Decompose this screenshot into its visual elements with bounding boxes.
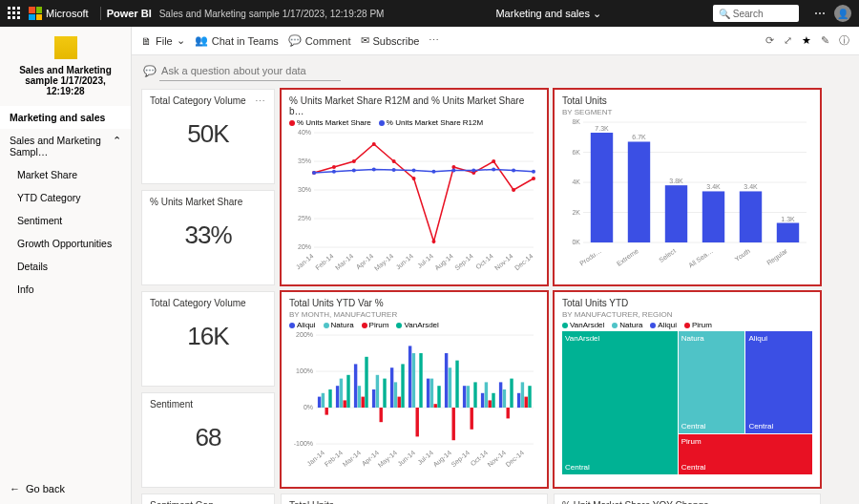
svg-rect-129 xyxy=(489,400,492,408)
qna-bar: 💬 xyxy=(132,55,859,83)
svg-rect-115 xyxy=(437,386,440,408)
refresh-icon[interactable]: ⟳ xyxy=(765,34,774,47)
svg-rect-113 xyxy=(430,379,433,408)
nav-sub-growth-opportunities[interactable]: Growth Opportunities xyxy=(0,232,131,255)
search-box[interactable]: 🔍 Search xyxy=(713,5,799,22)
svg-rect-102 xyxy=(390,368,393,408)
nav-item-marketing-and-sales[interactable]: Marketing and sales xyxy=(0,106,131,129)
tile-pct-units-market-share[interactable]: % Units Market Share 33% xyxy=(141,190,275,285)
svg-rect-65 xyxy=(702,191,724,242)
nav-item-sales-marketing-sample[interactable]: Sales and Marketing Sampl…⌃ xyxy=(0,129,131,163)
svg-rect-138 xyxy=(521,382,524,408)
svg-point-39 xyxy=(412,169,416,173)
comment-button[interactable]: 💬Comment xyxy=(288,34,351,47)
nav-sub-info[interactable]: Info xyxy=(0,278,131,301)
edit-icon[interactable]: ✎ xyxy=(821,34,829,47)
svg-rect-134 xyxy=(507,408,510,418)
nav-sub-details[interactable]: Details xyxy=(0,255,131,278)
svg-text:Extreme: Extreme xyxy=(616,247,639,267)
svg-rect-71 xyxy=(777,223,799,242)
tile-sentiment-gap[interactable]: Sentiment Gap xyxy=(141,494,275,504)
svg-text:Regular: Regular xyxy=(765,247,789,267)
comment-icon: 💬 xyxy=(288,34,302,47)
svg-rect-123 xyxy=(467,386,470,408)
nav-pane: Sales and Marketing sample 1/17/2023, 12… xyxy=(0,27,132,504)
nav-sub-ytd-category[interactable]: YTD Category xyxy=(0,186,131,209)
svg-text:Aug-14: Aug-14 xyxy=(431,449,453,469)
svg-rect-125 xyxy=(473,382,476,408)
svg-rect-99 xyxy=(380,408,383,422)
tile-yoy-change[interactable]: % Unit Market Share YOY ChangeBY ROLLING… xyxy=(554,494,821,504)
tile-total-units-bottom[interactable]: Total UnitsBY MONTH, MANUFACTURER xyxy=(281,494,548,504)
svg-text:3.8K: 3.8K xyxy=(669,178,683,184)
svg-point-28 xyxy=(431,240,435,243)
svg-text:Jan-14: Jan-14 xyxy=(305,449,325,467)
tile-title: Total Units xyxy=(289,500,539,504)
user-avatar[interactable]: 👤 xyxy=(834,5,851,22)
svg-text:Dec-14: Dec-14 xyxy=(504,449,525,468)
app-launcher-icon[interactable] xyxy=(8,7,21,20)
qna-input[interactable] xyxy=(159,61,341,81)
info-icon[interactable]: ⓘ xyxy=(839,33,849,48)
svg-rect-124 xyxy=(471,408,473,430)
svg-rect-93 xyxy=(358,386,361,408)
mail-icon: ✉ xyxy=(361,34,369,47)
tile-total-units-ytd-treemap[interactable]: Total Units YTD BY MANUFACTURER, REGION … xyxy=(554,291,821,488)
tile-more-icon[interactable]: ⋯ xyxy=(255,95,266,108)
svg-point-35 xyxy=(332,170,336,174)
workspace-selector[interactable]: Marketing and sales ⌄ xyxy=(495,8,601,20)
qna-icon: 💬 xyxy=(143,65,157,76)
tile-title: Sentiment Gap xyxy=(150,500,266,504)
svg-point-34 xyxy=(312,171,316,175)
svg-text:Jul-14: Jul-14 xyxy=(416,252,434,269)
svg-rect-104 xyxy=(398,397,401,408)
dashboard-name: Sales and Marketing sample 1/17/2023, 12… xyxy=(0,65,131,106)
tile-title: Total Units YTD Var % xyxy=(289,298,539,308)
tile-total-category-volume-50k[interactable]: Total Category Volume ⋯ 50K xyxy=(141,89,275,184)
svg-rect-112 xyxy=(427,379,430,408)
svg-rect-122 xyxy=(463,386,466,408)
more-options-button[interactable]: ⋯ xyxy=(814,7,827,20)
tile-title: % Units Market Share xyxy=(150,197,266,207)
tile-sentiment[interactable]: Sentiment 68 xyxy=(141,392,275,488)
svg-rect-110 xyxy=(419,353,422,408)
svg-point-33 xyxy=(532,177,535,180)
svg-rect-100 xyxy=(383,379,386,408)
svg-rect-135 xyxy=(510,379,513,408)
tile-ytd-var-chart[interactable]: Total Units YTD Var % BY MONTH, MANUFACT… xyxy=(281,291,548,488)
svg-rect-128 xyxy=(485,382,488,408)
svg-rect-130 xyxy=(492,393,494,408)
svg-text:All Sea…: All Sea… xyxy=(687,247,714,268)
file-icon: 🗎 xyxy=(141,35,152,47)
subscribe-button[interactable]: ✉Subscribe xyxy=(361,34,420,47)
svg-point-41 xyxy=(451,169,455,173)
svg-text:Nov-14: Nov-14 xyxy=(486,449,507,468)
file-menu[interactable]: 🗎File⌄ xyxy=(141,34,185,47)
svg-text:Aug-14: Aug-14 xyxy=(433,252,455,272)
tile-market-share-line-chart[interactable]: % Units Market Share R12M and % Units Ma… xyxy=(281,89,548,285)
chevron-down-icon: ⌄ xyxy=(177,34,185,47)
toolbar-more-button[interactable]: ⋯ xyxy=(429,34,439,47)
svg-point-45 xyxy=(532,170,535,174)
svg-text:May-14: May-14 xyxy=(373,252,395,272)
fullscreen-icon[interactable]: ⤢ xyxy=(784,34,792,47)
bar-chart-svg: 0K2K4K6K8K7.3KProdu…6.7KExtreme3.8KSelec… xyxy=(562,116,810,277)
go-back-button[interactable]: ←Go back xyxy=(0,473,131,504)
svg-point-40 xyxy=(431,170,435,174)
svg-rect-137 xyxy=(517,393,520,408)
tile-subtitle: BY MONTH, MANUFACTURER xyxy=(289,310,539,319)
svg-text:6.7K: 6.7K xyxy=(632,134,646,140)
nav-sub-sentiment[interactable]: Sentiment xyxy=(0,209,131,232)
favorite-icon[interactable]: ★ xyxy=(802,34,811,47)
chevron-down-icon: ⌄ xyxy=(593,8,601,19)
chat-in-teams-button[interactable]: 👥Chat in Teams xyxy=(195,34,279,47)
svg-rect-103 xyxy=(394,382,397,408)
svg-text:Jun-14: Jun-14 xyxy=(396,449,416,467)
tile-total-category-volume-16k[interactable]: Total Category Volume 16K xyxy=(141,291,275,387)
divider xyxy=(100,7,101,20)
svg-rect-83 xyxy=(322,393,325,408)
svg-text:Select: Select xyxy=(658,247,677,263)
teams-icon: 👥 xyxy=(195,34,208,47)
nav-sub-market-share[interactable]: Market Share xyxy=(0,163,131,186)
tile-total-units-bar-chart[interactable]: Total Units BY SEGMENT 0K2K4K6K8K7.3KPro… xyxy=(554,89,821,285)
